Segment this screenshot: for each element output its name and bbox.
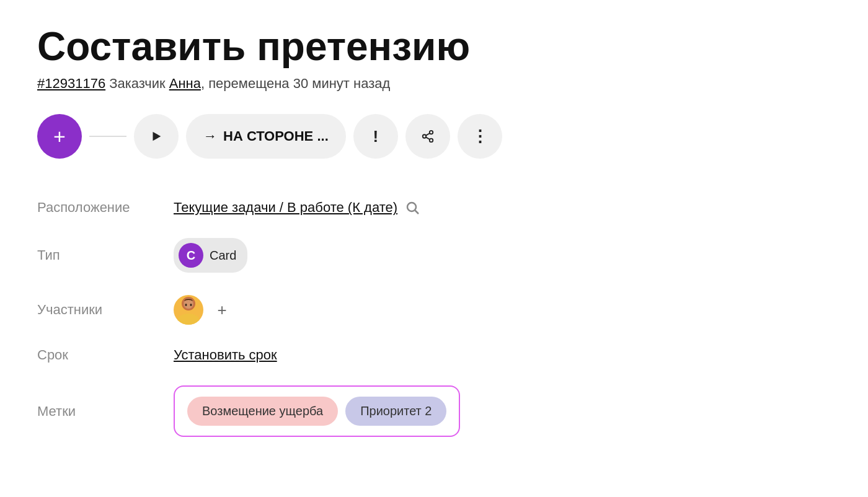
location-value: Текущие задачи / В работе (К дате) xyxy=(174,200,420,216)
tags-value: Возмещение ущерба Приоритет 2 xyxy=(174,385,460,437)
location-row: Расположение Текущие задачи / В работе (… xyxy=(37,188,831,227)
type-name: Card xyxy=(210,248,236,263)
deadline-link[interactable]: Установить срок xyxy=(174,347,277,363)
tags-label: Метки xyxy=(37,403,174,420)
tag-2[interactable]: Приоритет 2 xyxy=(345,397,446,426)
svg-marker-0 xyxy=(153,132,161,141)
subtitle: #12931176 Заказчик Анна, перемещена 30 м… xyxy=(37,76,831,92)
location-label: Расположение xyxy=(37,200,174,216)
share-icon xyxy=(421,130,435,143)
tags-row: Метки Возмещение ущерба Приоритет 2 xyxy=(37,374,831,448)
deadline-row: Срок Установить срок xyxy=(37,336,831,374)
type-row: Тип C Card xyxy=(37,227,831,284)
customer-link[interactable]: Анна xyxy=(169,76,201,91)
svg-line-5 xyxy=(426,133,430,136)
add-participant-button[interactable]: + xyxy=(211,299,233,321)
participants-value: + xyxy=(174,295,233,325)
exclaim-button[interactable]: ! xyxy=(353,114,398,159)
tags-container: Возмещение ущерба Приоритет 2 xyxy=(174,385,460,437)
participants-row: Участники + xyxy=(37,284,831,336)
type-badge[interactable]: C Card xyxy=(174,238,247,273)
svg-point-1 xyxy=(430,131,433,134)
svg-point-11 xyxy=(185,304,187,306)
toolbar: + → НА СТОРОНЕ ... ! ⋮ xyxy=(37,114,831,159)
page-title: Составить претензию xyxy=(37,25,831,68)
fields-container: Расположение Текущие задачи / В работе (… xyxy=(37,188,831,448)
type-label: Тип xyxy=(37,247,174,263)
add-button[interactable]: + xyxy=(37,114,82,159)
play-icon xyxy=(149,130,163,143)
svg-point-6 xyxy=(407,203,416,211)
share-button[interactable] xyxy=(405,114,450,159)
more-icon: ⋮ xyxy=(472,127,488,146)
deadline-value: Установить срок xyxy=(174,347,277,363)
more-button[interactable]: ⋮ xyxy=(458,114,502,159)
avatar-image xyxy=(176,295,201,325)
participants-label: Участники xyxy=(37,302,174,318)
connector xyxy=(89,136,126,137)
status-button[interactable]: → НА СТОРОНЕ ... xyxy=(186,114,346,159)
svg-point-12 xyxy=(190,304,192,306)
play-button[interactable] xyxy=(134,114,179,159)
tag-1[interactable]: Возмещение ущерба xyxy=(187,397,338,426)
svg-point-9 xyxy=(177,314,200,325)
location-link[interactable]: Текущие задачи / В работе (К дате) xyxy=(174,200,397,216)
svg-point-3 xyxy=(430,139,433,143)
deadline-label: Срок xyxy=(37,347,174,363)
svg-line-7 xyxy=(415,211,419,214)
ticket-link[interactable]: #12931176 xyxy=(37,76,105,91)
svg-point-2 xyxy=(423,135,427,139)
search-icon[interactable] xyxy=(405,200,420,215)
svg-line-4 xyxy=(426,138,430,140)
avatar xyxy=(174,295,203,325)
status-label: НА СТОРОНЕ ... xyxy=(223,128,329,144)
exclaim-icon: ! xyxy=(373,127,378,146)
type-icon: C xyxy=(179,243,203,268)
status-arrow: → xyxy=(203,128,217,144)
type-value: C Card xyxy=(174,238,247,273)
